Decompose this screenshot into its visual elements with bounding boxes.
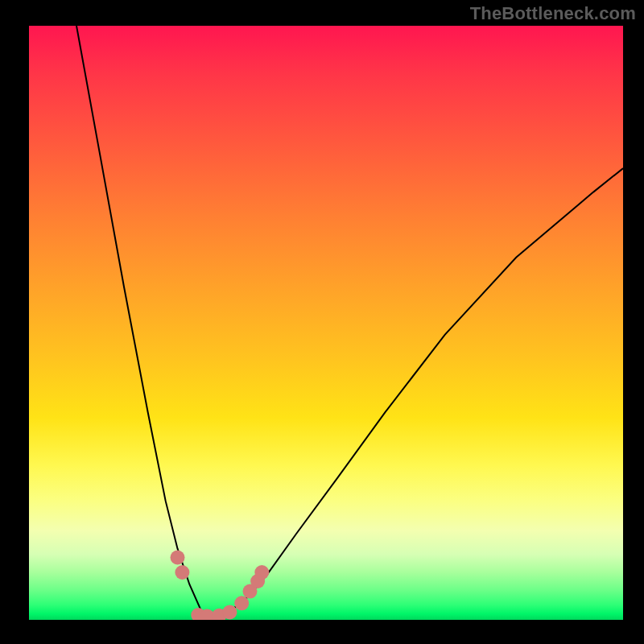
data-marker — [222, 605, 237, 619]
data-marker — [234, 596, 249, 610]
curve-left-branch — [76, 26, 210, 617]
data-marker — [254, 565, 269, 580]
data-marker — [171, 551, 185, 565]
watermark-text: TheBottleneck.com — [470, 3, 636, 24]
curve-right-branch — [210, 168, 623, 617]
chart-frame: TheBottleneck.com — [0, 0, 644, 644]
marker-group — [171, 551, 270, 621]
curves-svg — [29, 26, 623, 620]
plot-area — [29, 26, 623, 620]
data-marker — [175, 565, 189, 580]
